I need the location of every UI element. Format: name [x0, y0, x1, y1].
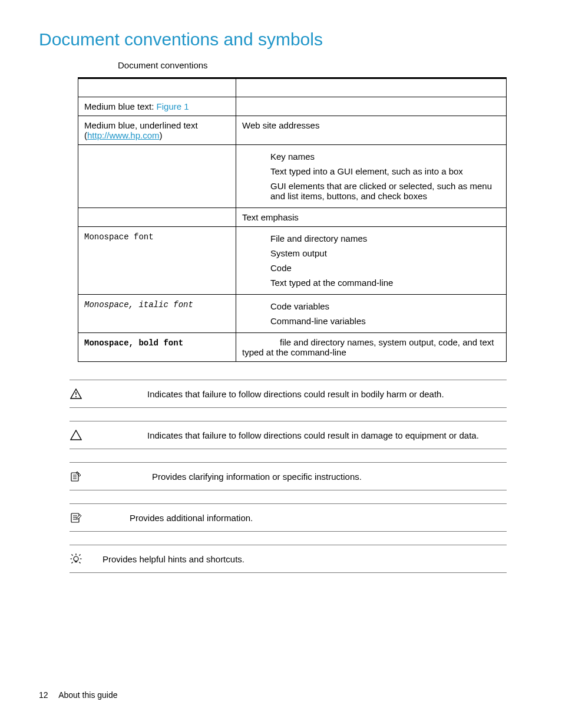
important-note-icon — [70, 470, 82, 483]
list-item: Text typed at the command-line — [270, 275, 500, 290]
list-item: File and directory names — [270, 231, 500, 246]
cell-text: Medium blue, underlined text — [84, 120, 198, 130]
tip-lightbulb-icon — [70, 552, 82, 565]
table-header-row — [78, 78, 507, 97]
cell-text: Web site addresses — [236, 116, 507, 145]
list-item: System output — [270, 246, 500, 261]
table-row: Key names Text typed into a GUI element,… — [78, 145, 507, 208]
symbol-row-note: Provides additional information. — [70, 503, 507, 532]
figure-link[interactable]: Figure 1 — [157, 101, 189, 111]
svg-line-15 — [72, 555, 73, 556]
symbol-row-important: Provides clarifying information or speci… — [70, 462, 507, 490]
symbol-row-caution: Indicates that failure to follow directi… — [70, 421, 507, 449]
symbol-text: Indicates that failure to follow directi… — [100, 389, 507, 399]
table-row: Medium blue text: Figure 1 — [78, 97, 507, 116]
list-item: Command-line variables — [270, 314, 500, 328]
conventions-table: Medium blue text: Figure 1 Medium blue, … — [78, 77, 507, 362]
cell-text: Medium blue text: — [84, 101, 157, 111]
list-item: GUI elements that are clicked or selecte… — [270, 179, 500, 203]
symbol-text: Provides clarifying information or speci… — [100, 472, 507, 482]
list-item: Code variables — [270, 299, 500, 314]
cell-text-partial: file and directory names, system output,… — [242, 337, 494, 347]
cell-text: Monospace font — [84, 232, 154, 242]
symbol-row-tip: Provides helpful hints and shortcuts. — [70, 545, 507, 573]
svg-line-17 — [72, 562, 73, 564]
list-item: Text typed into a GUI element, such as i… — [270, 164, 500, 179]
svg-line-16 — [80, 555, 81, 556]
cell-text: Monospace, bold font — [84, 338, 183, 348]
footer-section-title: About this guide — [58, 690, 117, 700]
cell-text: Text emphasis — [236, 208, 507, 227]
warning-triangle-icon — [70, 387, 82, 400]
page-heading: Document conventions and symbols — [39, 29, 523, 50]
table-caption: Document conventions — [118, 60, 523, 70]
symbols-section: Indicates that failure to follow directi… — [70, 380, 507, 573]
symbol-text: Provides helpful hints and shortcuts. — [100, 554, 507, 564]
table-row: Text emphasis — [78, 208, 507, 227]
note-icon — [70, 511, 82, 524]
svg-line-18 — [80, 562, 81, 564]
page-footer: 12 About this guide — [39, 690, 118, 700]
url-link[interactable]: http://www.hp.com — [87, 130, 160, 140]
table-row: Medium blue, underlined text (http://www… — [78, 116, 507, 145]
cell-text — [236, 97, 507, 116]
cell-text: Monospace, italic font — [84, 300, 193, 309]
symbol-text: Provides additional information. — [100, 513, 507, 523]
cell-text-partial: typed at the command-line — [242, 347, 346, 357]
table-row: Monospace font File and directory names … — [78, 227, 507, 295]
table-row: Monospace, bold font file and directory … — [78, 333, 507, 362]
svg-point-1 — [75, 396, 77, 397]
page-number: 12 — [39, 690, 57, 700]
symbol-row-warning: Indicates that failure to follow directi… — [70, 380, 507, 408]
list-item: Key names — [270, 149, 500, 164]
svg-point-10 — [74, 556, 78, 561]
caution-triangle-icon — [70, 429, 82, 442]
table-row: Monospace, italic font Code variables Co… — [78, 295, 507, 333]
list-item: Code — [270, 261, 500, 275]
symbol-text: Indicates that failure to follow directi… — [100, 430, 507, 440]
